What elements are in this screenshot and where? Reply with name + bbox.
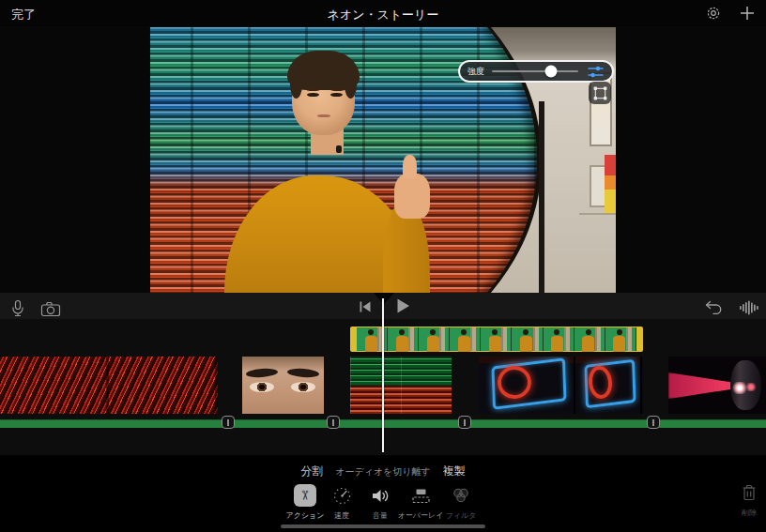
lavalier-mic — [336, 145, 342, 153]
filmstrip-frame — [544, 327, 574, 351]
tool-speed-label: 速度 — [334, 510, 349, 521]
duplicate-button[interactable]: 複製 — [443, 464, 466, 479]
filmstrip-frame — [605, 327, 636, 351]
adjustments-icon[interactable] — [587, 65, 605, 79]
intensity-label: 強度 — [467, 66, 484, 78]
tool-volume-label: 音量 — [373, 510, 388, 521]
filmstrip-frame — [574, 327, 605, 351]
top-bar: 完了 ネオン・ストーリー — [0, 0, 766, 26]
thumbs-up — [403, 155, 417, 178]
bottom-panel: 分割 オーディオを切り離す 複製 ✂ アクション 速度 — [0, 455, 766, 532]
undo-icon[interactable] — [704, 300, 723, 314]
audio-waveform-icon[interactable] — [739, 300, 759, 315]
trash-icon — [742, 483, 758, 506]
timeline-clip-neon-sign[interactable] — [479, 357, 644, 414]
transition-button-2[interactable] — [327, 416, 340, 429]
video-preview-area: 強度 — [0, 26, 766, 293]
filmstrip-frame — [481, 327, 512, 351]
timeline-clip-neon-diagonal[interactable] — [0, 357, 218, 414]
transform-crop-icon[interactable] — [589, 82, 611, 104]
playhead-line[interactable] — [382, 298, 384, 452]
light-stand — [539, 101, 544, 293]
speaker-icon — [371, 483, 391, 508]
home-indicator[interactable] — [281, 524, 485, 528]
person-hand — [394, 174, 429, 219]
tool-filter[interactable]: フィルタ — [431, 483, 491, 521]
delete-label: 削除 — [742, 508, 757, 518]
delete-button[interactable]: 削除 — [742, 483, 758, 518]
edit-actions-row: 分割 オーディオを切り離す 複製 — [0, 464, 766, 479]
playhead-notch — [374, 293, 394, 304]
filmstrip-frame — [450, 327, 481, 351]
skip-to-start-icon[interactable] — [358, 300, 373, 313]
filter-circles-icon — [452, 483, 470, 508]
transition-button-4[interactable] — [647, 416, 660, 429]
camera-icon[interactable] — [40, 301, 61, 317]
transition-button-3[interactable] — [458, 416, 471, 429]
intensity-slider-thumb[interactable] — [544, 66, 557, 78]
tool-filter-label: フィルタ — [446, 510, 477, 521]
timeline-clip-eyes[interactable] — [242, 357, 324, 414]
timeline-clip-laser[interactable] — [668, 357, 766, 414]
transition-button-1[interactable] — [222, 416, 235, 429]
speedometer-icon — [332, 483, 352, 508]
intensity-slider[interactable] — [492, 70, 578, 73]
project-title: ネオン・ストーリー — [0, 7, 766, 23]
timeline-clip-stripes[interactable] — [350, 357, 452, 414]
record-voiceover-mic-icon[interactable] — [10, 299, 25, 318]
play-button-icon[interactable] — [394, 297, 411, 314]
split-button[interactable]: 分割 — [300, 464, 323, 479]
settings-gear-icon[interactable] — [705, 5, 722, 22]
intensity-slider-overlay: 強度 — [458, 60, 614, 83]
filmstrip-frame — [388, 327, 419, 351]
overlay-clip-selected[interactable] — [350, 327, 643, 352]
add-media-icon[interactable] — [739, 5, 756, 22]
overlay-filmstrip-frames — [357, 327, 636, 351]
filmstrip-frame — [419, 327, 450, 351]
imovie-app: 完了 ネオン・ストーリー — [0, 0, 766, 532]
filmstrip-frame — [512, 327, 543, 351]
picture-in-picture-icon — [411, 483, 431, 508]
detach-audio-button[interactable]: オーディオを切り離す — [335, 465, 431, 479]
